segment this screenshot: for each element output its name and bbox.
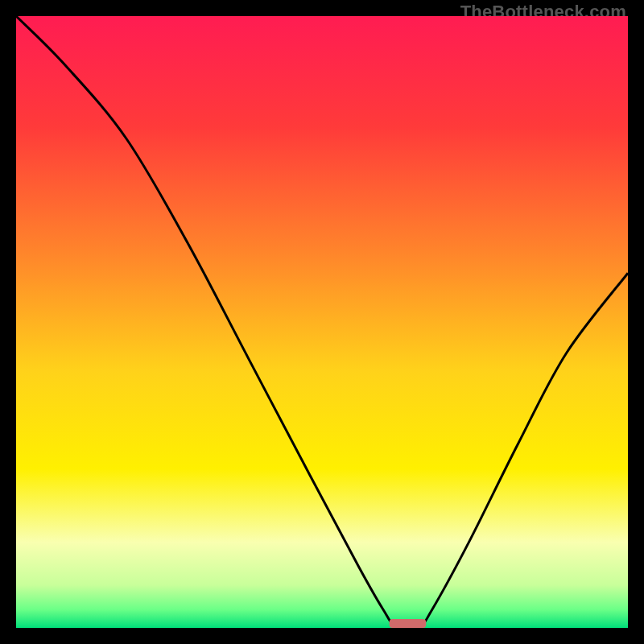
optimal-marker: [390, 619, 427, 628]
chart-frame: TheBottleneck.com: [0, 0, 644, 644]
gradient-background: [16, 16, 628, 628]
bottleneck-chart: [16, 16, 628, 628]
